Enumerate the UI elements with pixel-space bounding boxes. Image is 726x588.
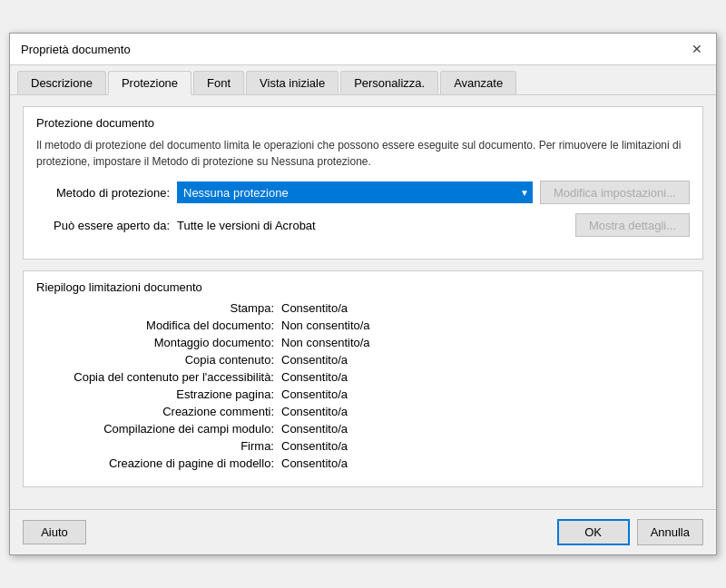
modify-settings-button[interactable]: Modifica impostazioni... (540, 181, 690, 204)
tabs-bar: Descrizione Protezione Font Vista inizia… (10, 65, 716, 95)
method-row: Metodo di protezione: Nessuna protezione… (36, 181, 690, 204)
row-value: Consentito/a (281, 370, 348, 384)
row-value: Consentito/a (281, 301, 348, 315)
row-value: Consentito/a (281, 422, 348, 436)
summary-section: Riepilogo limitazioni documento Stampa: … (23, 270, 703, 487)
opened-by-value: Tutte le versioni di Acrobat (177, 219, 316, 232)
opened-by-row: Può essere aperto da: Tutte le versioni … (36, 213, 690, 237)
content-area: Protezione documento Il metodo di protez… (10, 95, 716, 509)
method-label: Metodo di protezione: (36, 186, 177, 200)
row-value: Consentito/a (281, 387, 348, 401)
row-label: Firma: (36, 439, 281, 453)
cancel-button[interactable]: Annulla (637, 519, 703, 545)
table-row: Estrazione pagina: Consentito/a (36, 387, 690, 401)
row-value: Non consentito/a (281, 318, 370, 332)
row-value: Consentito/a (281, 439, 348, 453)
method-control-group: Nessuna protezione ▼ Modifica impostazio… (177, 181, 690, 204)
table-row: Creazione di pagine di modello: Consenti… (36, 456, 690, 470)
table-row: Montaggio documento: Non consentito/a (36, 336, 690, 349)
row-label: Stampa: (36, 301, 281, 315)
tab-descrizione[interactable]: Descrizione (17, 71, 106, 94)
row-label: Copia contenuto: (36, 353, 281, 367)
protection-description: Il metodo di protezione del documento li… (36, 137, 690, 170)
table-row: Compilazione dei campi modulo: Consentit… (36, 422, 690, 436)
opened-by-label: Può essere aperto da: (36, 219, 177, 232)
row-value: Non consentito/a (281, 336, 370, 349)
row-label: Compilazione dei campi modulo: (36, 422, 281, 436)
table-row: Creazione commenti: Consentito/a (36, 405, 690, 418)
tab-protezione[interactable]: Protezione (108, 71, 191, 95)
table-row: Firma: Consentito/a (36, 439, 690, 453)
table-row: Stampa: Consentito/a (36, 301, 690, 315)
row-label: Modifica del documento: (36, 318, 281, 332)
row-value: Consentito/a (281, 456, 348, 470)
table-row: Copia del contenuto per l'accessibilità:… (36, 370, 690, 384)
method-select[interactable]: Nessuna protezione (177, 181, 533, 203)
row-value: Consentito/a (281, 353, 348, 367)
ok-button[interactable]: OK (557, 519, 630, 545)
row-label: Creazione di pagine di modello: (36, 456, 281, 470)
table-row: Copia contenuto: Consentito/a (36, 353, 690, 367)
protection-section: Protezione documento Il metodo di protez… (23, 106, 703, 260)
tab-font[interactable]: Font (193, 71, 244, 94)
row-label: Copia del contenuto per l'accessibilità: (36, 370, 281, 384)
summary-section-title: Riepilogo limitazioni documento (36, 280, 690, 294)
row-label: Estrazione pagina: (36, 387, 281, 401)
protection-section-title: Protezione documento (36, 116, 690, 130)
table-row: Modifica del documento: Non consentito/a (36, 318, 690, 332)
show-details-button[interactable]: Mostra dettagli... (575, 213, 690, 237)
opened-by-control-group: Tutte le versioni di Acrobat Mostra dett… (177, 213, 690, 237)
close-icon[interactable]: ✕ (689, 41, 705, 57)
dialog-window: Proprietà documento ✕ Descrizione Protez… (9, 33, 717, 555)
tab-vista-iniziale[interactable]: Vista iniziale (246, 71, 338, 94)
row-label: Creazione commenti: (36, 405, 281, 418)
bottom-right-buttons: OK Annulla (557, 519, 703, 545)
row-label: Montaggio documento: (36, 336, 281, 349)
method-select-wrapper: Nessuna protezione ▼ (177, 181, 533, 203)
tab-personalizza[interactable]: Personalizza. (340, 71, 438, 94)
row-value: Consentito/a (281, 405, 348, 418)
title-bar: Proprietà documento ✕ (10, 34, 716, 65)
help-button[interactable]: Aiuto (23, 520, 86, 544)
bottom-bar: Aiuto OK Annulla (10, 509, 716, 554)
tab-avanzate[interactable]: Avanzate (440, 71, 516, 94)
dialog-title: Proprietà documento (21, 43, 131, 56)
summary-table: Stampa: Consentito/a Modifica del docume… (36, 301, 690, 470)
